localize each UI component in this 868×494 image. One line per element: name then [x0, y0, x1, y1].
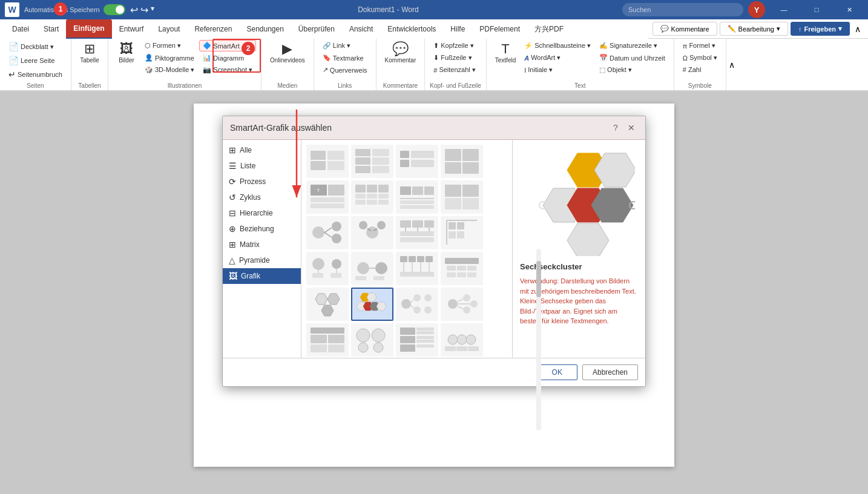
formel-btn[interactable]: π Formel ▾	[679, 40, 721, 51]
ribbon-collapse-right[interactable]: ∧	[726, 39, 737, 90]
redo-btn[interactable]: ↪	[140, 4, 148, 16]
grid-item-10[interactable]	[351, 216, 393, 249]
tabelle-btn[interactable]: ⊞ Tabelle	[76, 40, 103, 66]
tabellen-items: ⊞ Tabelle	[76, 40, 103, 81]
textfeld-btn[interactable]: T Textfeld	[492, 40, 519, 66]
sidebar-item-liste[interactable]: ☰ Liste	[223, 158, 301, 174]
grid-item-15[interactable]	[396, 252, 438, 285]
dialog-close-btn[interactable]: ✕	[625, 121, 638, 134]
grid-item-13[interactable]	[306, 252, 349, 285]
deckblatt-btn[interactable]: 📄Deckblatt ▾	[5, 40, 66, 53]
grid-item-7[interactable]	[396, 180, 438, 214]
tab-entwurf[interactable]: Entwurf	[112, 19, 151, 39]
svg-marker-147	[567, 223, 609, 256]
undo-btn[interactable]: ↩	[130, 4, 138, 16]
grid-item-23[interactable]	[396, 323, 438, 357]
ok-button[interactable]: OK	[537, 364, 577, 380]
zahl-btn[interactable]: # Zahl	[679, 64, 721, 75]
seitenumbruch-btn[interactable]: ↵Seitenumbruch	[5, 68, 66, 81]
bearbeitung-btn[interactable]: ✏️ Bearbeitung ▾	[720, 22, 788, 36]
tab-hilfe[interactable]: Hilfe	[443, 19, 472, 39]
tab-start[interactable]: Start	[36, 19, 66, 39]
tab-layout[interactable]: Layout	[151, 19, 187, 39]
grid-item-6[interactable]	[351, 180, 393, 214]
grid-item-9[interactable]	[306, 216, 349, 249]
grid-item-2[interactable]	[351, 145, 393, 178]
sidebar-item-pyramide[interactable]: △ Pyramide	[223, 252, 301, 268]
onlinevideos-btn[interactable]: ▶ Onlinevideos	[266, 40, 309, 66]
symbol-btn[interactable]: Ω Symbol ▾	[679, 52, 721, 64]
title-search-input[interactable]	[622, 3, 743, 16]
signaturzeile-btn[interactable]: ✍ Signaturezeile ▾	[596, 40, 669, 51]
sidebar-item-beziehung[interactable]: ⊕ Beziehung	[223, 221, 301, 237]
grid-item-19[interactable]	[396, 288, 438, 321]
minimize-btn[interactable]: —	[770, 0, 798, 19]
wordart-btn[interactable]: A WordArt ▾	[521, 52, 594, 64]
sidebar-item-grafik[interactable]: 🖼 Grafik	[223, 268, 301, 284]
grid-item-11[interactable]	[396, 216, 438, 249]
ribbon-collapse-btn[interactable]: ∧	[852, 24, 863, 34]
grid-item-3[interactable]	[396, 145, 438, 178]
close-btn[interactable]: ✕	[835, 0, 863, 19]
tab-datei[interactable]: Datei	[5, 19, 36, 39]
bilder-btn[interactable]: 🖼 Bilder	[113, 40, 140, 66]
maximize-btn[interactable]: □	[803, 0, 830, 19]
user-avatar[interactable]: Y	[748, 1, 765, 18]
grid-item-17[interactable]	[306, 288, 349, 321]
grid-item-5[interactable]: T	[306, 180, 349, 214]
leere-seite-btn[interactable]: 📄Leere Seite	[5, 54, 66, 67]
schnellbausteine-btn[interactable]: ⚡ Schnellbausteine ▾	[521, 40, 594, 51]
svg-rect-119	[311, 344, 327, 352]
3dmodelle-btn[interactable]: 🎲 3D-Modelle ▾	[141, 64, 198, 76]
svg-point-123	[358, 343, 368, 352]
initiale-btn[interactable]: I Initiale ▾	[521, 64, 594, 76]
formen-btn[interactable]: ⬡ Formen ▾	[141, 40, 198, 51]
grid-item-24[interactable]	[441, 323, 483, 357]
fusszeile-btn[interactable]: ⬇ Fußzeile ▾	[430, 52, 479, 64]
grid-item-8[interactable]	[441, 180, 483, 214]
tab-referenzen[interactable]: Referenzen	[187, 19, 239, 39]
sidebar-item-matrix[interactable]: ⊞ Matrix	[223, 237, 301, 252]
grid-item-4[interactable]	[441, 145, 483, 178]
svg-point-124	[373, 343, 383, 352]
grid-item-12[interactable]	[441, 216, 483, 249]
sidebar-item-prozess[interactable]: ⟳ Prozess	[223, 174, 301, 189]
screenshot-btn[interactable]: 📷 Screenshot ▾	[199, 64, 256, 76]
autosave-toggle[interactable]	[104, 4, 125, 15]
sidebar-item-alle[interactable]: ⊞ Alle	[223, 142, 301, 158]
tab-entwicklertools[interactable]: Entwicklertools	[380, 19, 443, 39]
tab-sendungen[interactable]: Sendungen	[239, 19, 291, 39]
freigeben-btn[interactable]: ↑ Freigeben ▾	[791, 22, 850, 36]
dialog-help-btn[interactable]: ?	[609, 121, 622, 134]
grid-item-20[interactable]	[441, 288, 483, 321]
grid-item-16[interactable]	[441, 252, 483, 285]
cancel-button[interactable]: Abbrechen	[582, 364, 638, 380]
grid-item-22[interactable]	[351, 323, 393, 357]
tab-pdfelement[interactable]: PDFelement	[472, 19, 527, 39]
link-btn[interactable]: 🔗 Link ▾	[319, 40, 371, 51]
kommentare-btn[interactable]: 💬 Kommentare	[653, 22, 717, 36]
svg-rect-91	[457, 272, 466, 277]
tab-ueberpruefen[interactable]: Überprüfen	[291, 19, 342, 39]
tab-ansicht[interactable]: Ansicht	[342, 19, 380, 39]
tab-fangpdf[interactable]: 方兴PDF	[527, 19, 571, 39]
kopfzeile-btn[interactable]: ⬆ Kopfzeile ▾	[430, 40, 479, 51]
grid-item-14[interactable]	[351, 252, 393, 285]
textmarke-btn[interactable]: 🔖 Textmarke	[319, 52, 371, 64]
svg-rect-2	[327, 151, 344, 160]
svg-point-122	[372, 329, 385, 342]
scrollbar-thumb[interactable]	[536, 261, 541, 297]
grid-item-18-selected[interactable]	[351, 288, 393, 321]
seitenzahl-btn[interactable]: # Seitenzahl ▾	[430, 64, 479, 76]
svg-rect-88	[457, 266, 466, 271]
sidebar-item-zyklus[interactable]: ↺ Zyklus	[223, 189, 301, 205]
datum-btn[interactable]: 📅 Datum und Uhrzeit	[596, 52, 669, 64]
grid-item-1[interactable]	[306, 145, 349, 178]
objekt-btn[interactable]: ⬚ Objekt ▾	[596, 64, 669, 76]
kommentar-btn[interactable]: 💬 Kommentar	[381, 40, 420, 66]
tab-einfuegen[interactable]: Einfügen	[66, 19, 111, 39]
querverweis-btn[interactable]: ↗ Querverweis	[319, 64, 371, 76]
piktogramme-btn[interactable]: 👤 Piktogramme	[141, 52, 198, 64]
grid-item-21[interactable]	[306, 323, 349, 357]
sidebar-item-hierarchie[interactable]: ⊟ Hierarchie	[223, 205, 301, 221]
